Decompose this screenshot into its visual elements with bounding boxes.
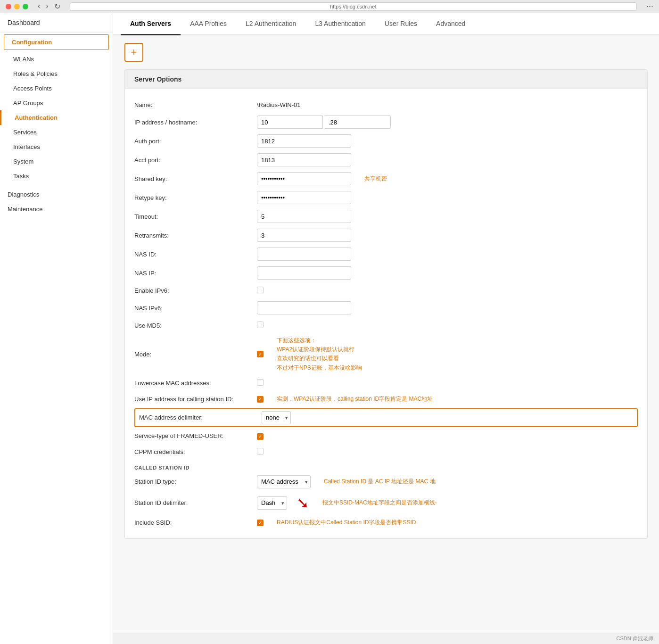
- ip-label: IP address / hostname:: [134, 119, 257, 126]
- mode-checkbox[interactable]: [257, 351, 264, 357]
- ip-part1-input[interactable]: [257, 116, 323, 129]
- close-button[interactable]: [6, 4, 11, 9]
- station-id-type-select[interactable]: MAC address AP IP address: [257, 475, 311, 488]
- use-ip-calling-row: Use IP address for calling station ID: 实…: [134, 391, 638, 407]
- retransmits-input[interactable]: [257, 229, 351, 242]
- retype-key-control: [257, 191, 638, 204]
- lowercase-mac-checkbox[interactable]: [257, 379, 264, 386]
- sidebar-item-wlans[interactable]: WLANs: [0, 52, 113, 66]
- sidebar-item-configuration[interactable]: Configuration: [4, 34, 109, 50]
- station-id-delimiter-label: Station ID delimiter:: [134, 499, 257, 506]
- cppm-control: [257, 448, 638, 456]
- called-station-id-header: CALLED STATION ID: [134, 460, 638, 472]
- sidebar-item-services[interactable]: Services: [0, 125, 113, 140]
- mac-delimiter-select[interactable]: none colon dash dot: [262, 411, 291, 424]
- lowercase-mac-row: Lowercase MAC addresses:: [134, 375, 638, 391]
- use-ip-calling-checkbox[interactable]: [257, 396, 264, 403]
- station-id-delimiter-control: Dash Colon None ➘ 报文中SSID-MAC地址字段之间是否添加横…: [257, 494, 638, 512]
- sidebar-item-access-points[interactable]: Access Points: [0, 81, 113, 96]
- nas-id-control: [257, 248, 638, 261]
- sidebar-item-interfaces[interactable]: Interfaces: [0, 140, 113, 154]
- timeout-row: Timeout:: [134, 207, 638, 226]
- nas-id-row: NAS ID:: [134, 245, 638, 264]
- station-id-delimiter-select-wrap: Dash Colon None: [257, 496, 287, 510]
- tab-user-rules[interactable]: User Rules: [375, 13, 427, 35]
- cppm-label: CPPM credentials:: [134, 448, 257, 455]
- footer-bar: CSDN @混老师: [113, 633, 659, 644]
- mode-control: 下面这些选项： WPA2认证阶段保持默认认就行 喜欢研究的话也可以看看 不过对于…: [257, 336, 638, 372]
- shared-key-control: 共享机密: [257, 172, 638, 185]
- refresh-icon[interactable]: ↻: [54, 2, 60, 11]
- include-ssid-checkbox[interactable]: [257, 520, 264, 526]
- more-options-icon[interactable]: ···: [646, 1, 653, 11]
- sidebar-item-maintenance[interactable]: Maintenance: [0, 202, 113, 216]
- nas-id-input[interactable]: [257, 248, 351, 261]
- include-ssid-row: Include SSID: RADIUS认证报文中Called Station …: [134, 515, 638, 531]
- retype-key-row: Retype key:: [134, 188, 638, 207]
- mac-delimiter-row: MAC address delimiter: none colon dash d…: [134, 408, 638, 427]
- use-md5-row: Use MD5:: [134, 317, 638, 333]
- name-label: Name:: [134, 101, 257, 108]
- shared-key-input[interactable]: [257, 172, 351, 185]
- retransmits-row: Retransmits:: [134, 226, 638, 245]
- enable-ipv6-control: [257, 287, 638, 295]
- enable-ipv6-label: Enable IPv6:: [134, 287, 257, 294]
- timeout-input[interactable]: [257, 210, 351, 223]
- server-options-card: Server Options Name: \Radius-WIN-01 IP a…: [124, 69, 648, 539]
- tab-aaa-profiles[interactable]: AAA Profiles: [181, 13, 236, 35]
- lowercase-mac-control: [257, 379, 638, 387]
- sidebar-item-tasks[interactable]: Tasks: [0, 169, 113, 183]
- acct-port-label: Acct port:: [134, 157, 257, 164]
- service-type-checkbox[interactable]: [257, 433, 264, 440]
- nas-ipv6-label: NAS IPv6:: [134, 305, 257, 312]
- use-md5-checkbox[interactable]: [257, 322, 264, 328]
- browser-nav[interactable]: ‹ › ↻: [38, 2, 60, 11]
- annotation-block: 下面这些选项： WPA2认证阶段保持默认认就行 喜欢研究的话也可以看看 不过对于…: [277, 336, 362, 372]
- mode-row: Mode: 下面这些选项： WPA2认证阶段保持默认认就行 喜欢研究的话也可以看…: [134, 333, 638, 375]
- shared-key-label: Shared key:: [134, 175, 257, 182]
- sidebar-item-ap-groups[interactable]: AP Groups: [0, 96, 113, 110]
- retype-key-label: Retype key:: [134, 194, 257, 201]
- back-icon[interactable]: ‹: [38, 2, 40, 11]
- name-row: Name: \Radius-WIN-01: [134, 97, 638, 113]
- main-content: + Server Options Name: \Radius-WIN-01 IP…: [113, 35, 659, 633]
- shared-key-row: Shared key: 共享机密: [134, 169, 638, 188]
- url-bar[interactable]: https://blog.csdn.net: [70, 2, 637, 11]
- mode-label: Mode:: [134, 351, 257, 358]
- tab-advanced[interactable]: Advanced: [427, 13, 475, 35]
- enable-ipv6-checkbox[interactable]: [257, 287, 264, 293]
- cppm-checkbox[interactable]: [257, 448, 264, 454]
- forward-icon[interactable]: ›: [46, 2, 48, 11]
- tab-l2-authentication[interactable]: L2 Authentication: [236, 13, 305, 35]
- station-id-type-select-wrap: MAC address AP IP address: [257, 475, 311, 488]
- tab-auth-servers[interactable]: Auth Servers: [121, 13, 181, 35]
- acct-port-input[interactable]: [257, 153, 351, 166]
- station-id-type-annotation: Called Station ID 是 AC IP 地址还是 MAC 地: [324, 478, 436, 486]
- shared-key-annotation: 共享机密: [364, 175, 387, 183]
- sidebar-item-authentication[interactable]: Authentication: [0, 110, 113, 125]
- nas-ipv6-input[interactable]: [257, 301, 351, 314]
- content-area: Auth Servers AAA Profiles L2 Authenticat…: [113, 13, 659, 644]
- timeout-control: [257, 210, 638, 223]
- add-button[interactable]: +: [124, 43, 143, 62]
- sidebar-item-system[interactable]: System: [0, 154, 113, 169]
- retype-key-input[interactable]: [257, 191, 351, 204]
- sidebar-item-dashboard[interactable]: Dashboard: [0, 13, 113, 33]
- station-id-delimiter-select[interactable]: Dash Colon None: [257, 496, 287, 510]
- ip-part2-input[interactable]: [325, 116, 391, 129]
- enable-ipv6-row: Enable IPv6:: [134, 282, 638, 298]
- use-ip-calling-control: 实测，WPA2认证阶段，calling station ID字段肯定是 MAC地…: [257, 395, 638, 403]
- auth-port-input[interactable]: [257, 134, 351, 148]
- sidebar-item-diagnostics[interactable]: Diagnostics: [0, 187, 113, 202]
- arrow-icon: ➘: [297, 494, 309, 512]
- auth-port-control: [257, 134, 638, 148]
- auth-port-label: Auth port:: [134, 138, 257, 145]
- titlebar: ‹ › ↻ https://blog.csdn.net ···: [0, 0, 659, 13]
- nas-ip-input[interactable]: [257, 266, 351, 280]
- tab-l3-authentication[interactable]: L3 Authentication: [305, 13, 375, 35]
- minimize-button[interactable]: [14, 4, 20, 9]
- maximize-button[interactable]: [23, 4, 28, 9]
- name-value: \Radius-WIN-01: [257, 101, 638, 108]
- window-controls[interactable]: [6, 4, 28, 9]
- sidebar-item-roles-policies[interactable]: Roles & Policies: [0, 66, 113, 81]
